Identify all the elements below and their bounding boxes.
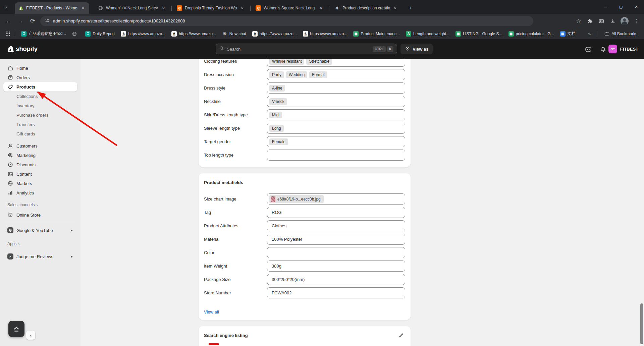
tab-close-icon[interactable] <box>392 5 398 11</box>
bookmark-item[interactable]: pricing calulator - G... <box>506 30 557 38</box>
sidebar-item-google-youtube[interactable]: G Google & YouTube <box>3 226 77 235</box>
tab-search-chevron-icon[interactable]: ⌄ <box>0 0 11 14</box>
browser-tab[interactable]: Women's V-Neck Long Sleeve M <box>95 2 170 14</box>
shopify-logo[interactable]: shopify <box>7 45 38 53</box>
color-input[interactable] <box>267 247 405 258</box>
sidebar-item-markets[interactable]: Markets <box>3 179 77 188</box>
admin-search-bar[interactable]: Search CTRL K <box>216 44 397 54</box>
collapse-widget-button[interactable] <box>26 331 35 340</box>
tag-chip[interactable]: Wedding <box>286 71 307 78</box>
sidebar-item-customers[interactable]: Customers <box>3 141 77 151</box>
apps-header[interactable]: Apps <box>7 240 20 248</box>
bookmark-item[interactable]: https://www.amazo... <box>169 30 219 38</box>
bookmark-item[interactable]: https://www.amazo... <box>118 30 168 38</box>
tag-chip[interactable]: Stretchable <box>306 59 332 65</box>
sidebar-item-discounts[interactable]: Discounts <box>3 160 77 169</box>
sidebar-item-online-store[interactable]: Online Store <box>3 210 77 220</box>
sidebar-item-home[interactable]: Home <box>3 63 77 73</box>
bookmark-item[interactable]: LISTING - Google S... <box>453 30 505 38</box>
sidebar-item-marketing[interactable]: Marketing <box>3 151 77 160</box>
window-maximize-button[interactable] <box>613 0 629 14</box>
browser-tab[interactable]: Product description creation <box>331 2 401 14</box>
site-settings-icon[interactable] <box>45 18 50 24</box>
tag-chip[interactable]: A-line <box>269 85 285 92</box>
extensions-icon[interactable] <box>586 17 594 25</box>
forward-button[interactable] <box>15 15 26 27</box>
bookmark-item[interactable] <box>69 30 82 38</box>
window-close-button[interactable] <box>629 0 644 14</box>
tab-close-icon[interactable] <box>80 5 86 11</box>
view-as-button[interactable]: View as <box>400 44 433 54</box>
tag-chip[interactable]: V-neck <box>269 98 287 105</box>
window-minimize-button[interactable] <box>598 0 613 14</box>
amazon-icon <box>252 31 258 37</box>
sidebar-item-inventory[interactable]: Inventory <box>3 101 77 110</box>
bookmark-item[interactable]: Product Maintenanc... <box>351 30 402 38</box>
tag-chip[interactable]: Party <box>269 71 284 78</box>
product-attributes-input[interactable]: Clothes <box>267 220 405 231</box>
bookmark-star-icon[interactable] <box>575 17 582 25</box>
sleeve-length-input[interactable]: Long <box>267 123 405 134</box>
page-scrollbar-thumb[interactable] <box>640 303 643 344</box>
file-chip[interactable]: e68a8f19-b...eecc3b.jpg <box>269 195 324 203</box>
bookmark-item[interactable]: https://www.amazo... <box>250 30 300 38</box>
all-bookmarks-button[interactable]: All Bookmarks <box>601 30 640 38</box>
sidebar-item-transfers[interactable]: Transfers <box>3 120 77 129</box>
screen-capture-icon[interactable] <box>598 17 605 25</box>
browser-tab[interactable]: Dropship Trendy Fashion Wome <box>173 2 249 14</box>
sidebar-item-analytics[interactable]: Analytics <box>3 188 77 197</box>
new-tab-button[interactable] <box>406 3 415 13</box>
view-all-link[interactable]: View all <box>204 309 219 314</box>
sidebar-item-orders[interactable]: Orders <box>3 73 77 82</box>
sidekick-icon[interactable] <box>584 45 592 53</box>
tag-chip[interactable]: Midi <box>269 112 282 118</box>
sidebar-item-content[interactable]: Content <box>3 169 77 179</box>
apps-grid-icon[interactable] <box>4 30 11 38</box>
notifications-bell-icon[interactable] <box>599 45 607 53</box>
browser-profile-avatar[interactable] <box>621 17 629 25</box>
tag-chip[interactable]: Wrinkle resistant <box>269 59 304 65</box>
tag-chip[interactable]: Long <box>269 125 284 132</box>
bookmark-item[interactable]: 产品采购信息-Prod... <box>18 30 68 38</box>
sidebar-item-purchase-orders[interactable]: Purchase orders <box>3 110 77 120</box>
sidebar-item-judgeme-reviews[interactable]: ✓ Judge.me Reviews <box>3 252 77 261</box>
back-button[interactable] <box>3 15 14 27</box>
bookmark-item[interactable]: Length and weight... <box>403 30 452 38</box>
dress-occasion-input[interactable]: Party Wedding Formal <box>267 69 405 80</box>
tag-input[interactable]: ROG <box>267 207 405 218</box>
bookmarks-overflow-icon[interactable] <box>586 30 593 38</box>
bookmark-item[interactable]: 文档 <box>557 30 578 38</box>
bookmark-item[interactable]: https://www.amazo... <box>300 30 350 38</box>
sales-channels-header[interactable]: Sales channels <box>7 201 38 209</box>
bookmark-item[interactable]: New chat <box>219 30 249 38</box>
sidebar-item-products[interactable]: Products <box>3 82 77 92</box>
store-number-input[interactable]: FCWA002 <box>267 287 405 298</box>
neckline-input[interactable]: V-neck <box>267 96 405 107</box>
sidebar-item-gift-cards[interactable]: Gift cards <box>3 129 77 138</box>
clothing-features-input[interactable]: Wrinkle resistant Stretchable <box>267 59 405 67</box>
browser-menu-icon[interactable] <box>633 17 640 25</box>
url-omnibox[interactable]: admin.shopify.com/store/fitbesscollectio… <box>40 16 533 26</box>
tab-close-icon[interactable] <box>239 5 245 11</box>
store-account-chip[interactable]: FIT FITBEST <box>608 45 638 53</box>
tab-close-icon[interactable] <box>318 5 324 11</box>
edit-pencil-icon[interactable] <box>396 331 406 340</box>
bookmark-item[interactable]: Daily Report <box>83 30 117 38</box>
size-chart-image-input[interactable]: e68a8f19-b...eecc3b.jpg <box>267 193 405 205</box>
skirt-dress-length-input[interactable]: Midi <box>267 109 405 120</box>
target-gender-input[interactable]: Female <box>267 136 405 147</box>
tag-chip[interactable]: Formal <box>309 71 327 78</box>
floating-widget-button[interactable] <box>8 321 24 337</box>
dress-style-input[interactable]: A-line <box>267 82 405 94</box>
downloads-icon[interactable] <box>609 17 616 25</box>
top-length-input[interactable] <box>267 150 405 161</box>
reload-button[interactable] <box>27 15 38 27</box>
package-size-input[interactable]: 300*250*20(mm) <box>267 274 405 285</box>
tag-chip[interactable]: Female <box>269 138 288 145</box>
material-input[interactable]: 100% Polyester <box>267 234 405 245</box>
sidebar-item-collections[interactable]: Collections <box>3 92 77 101</box>
browser-tab-active[interactable]: FITBEST - Products - Women's V <box>15 2 89 14</box>
browser-tab[interactable]: Women's Square Neck Long Sle <box>252 2 327 14</box>
item-weight-input[interactable]: 380g <box>267 261 405 272</box>
tab-close-icon[interactable] <box>161 5 166 11</box>
